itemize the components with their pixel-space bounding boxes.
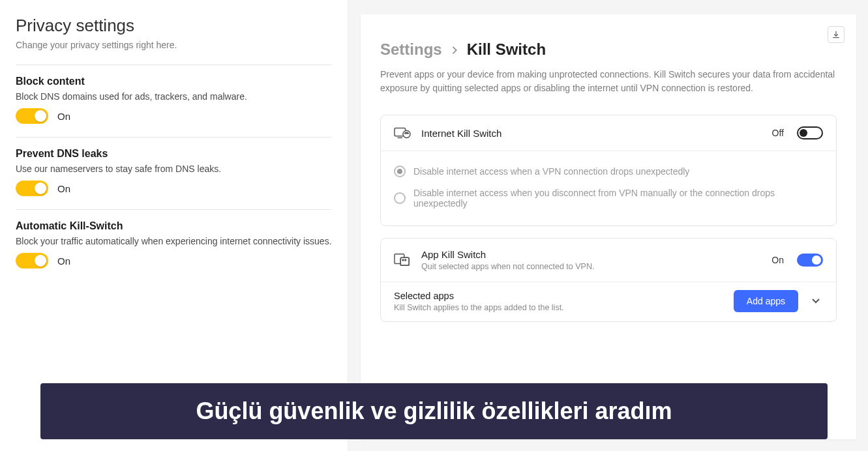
setting-title: Automatic Kill-Switch (16, 220, 332, 232)
toggle-automatic-kill-switch[interactable] (16, 253, 48, 269)
setting-prevent-dns-leaks: Prevent DNS leaks Use our nameservers to… (16, 137, 332, 209)
setting-automatic-kill-switch: Automatic Kill-Switch Block your traffic… (16, 209, 332, 282)
download-icon (831, 30, 841, 39)
setting-title: Block content (16, 76, 332, 87)
add-apps-button[interactable]: Add apps (734, 290, 798, 312)
toggle-app-kill-switch[interactable] (797, 254, 823, 267)
app-ks-subtext: Quit selected apps when not connected to… (421, 262, 761, 271)
breadcrumb-root[interactable]: Settings (380, 40, 442, 59)
svg-point-5 (402, 259, 404, 261)
svg-rect-3 (400, 257, 409, 265)
chevron-down-icon[interactable] (809, 295, 823, 307)
privacy-settings-title: Privacy settings (16, 16, 332, 36)
svg-point-6 (405, 259, 406, 261)
setting-desc: Use our nameservers to stay safe from DN… (16, 164, 332, 174)
radio-label: Disable internet access when a VPN conne… (413, 166, 689, 177)
chevron-right-icon (451, 43, 458, 58)
app-kill-switch-card: App Kill Switch Quit selected apps when … (380, 238, 837, 322)
caption-banner: Güçlü güvenlik ve gizlilik özellikleri a… (40, 383, 828, 439)
radio-option-drops-unexpectedly[interactable] (394, 166, 406, 177)
privacy-settings-subtitle: Change your privacy settings right here. (16, 40, 332, 50)
setting-title: Prevent DNS leaks (16, 148, 332, 160)
toggle-prevent-dns-leaks[interactable] (16, 181, 48, 196)
setting-desc: Block DNS domains used for ads, trackers… (16, 91, 332, 102)
apps-icon (394, 253, 411, 267)
toggle-block-content[interactable] (16, 108, 48, 124)
breadcrumb-current: Kill Switch (467, 40, 546, 59)
kill-switch-description: Prevent apps or your device from making … (380, 68, 837, 95)
toggle-state: On (57, 183, 70, 194)
toggle-state: On (57, 255, 70, 267)
internet-ks-title: Internet Kill Switch (421, 128, 762, 139)
internet-ks-state: Off (772, 128, 784, 138)
download-button[interactable] (828, 26, 845, 43)
internet-kill-switch-card: Internet Kill Switch Off Disable interne… (380, 115, 837, 226)
svg-point-1 (403, 130, 410, 138)
breadcrumb: Settings Kill Switch (380, 40, 837, 59)
setting-desc: Block your traffic automatically when ex… (16, 236, 332, 246)
toggle-internet-kill-switch[interactable] (797, 126, 823, 139)
setting-block-content: Block content Block DNS domains used for… (16, 65, 332, 137)
device-icon (394, 126, 411, 140)
selected-apps-title: Selected apps (394, 291, 723, 301)
selected-apps-subtext: Kill Switch applies to the apps added to… (394, 303, 723, 312)
internet-ks-options: Disable internet access when a VPN conne… (381, 151, 836, 226)
radio-label: Disable internet access when you disconn… (413, 188, 823, 209)
radio-option-manual-or-drops[interactable] (394, 192, 406, 204)
kill-switch-panel: Settings Kill Switch Prevent apps or you… (361, 14, 856, 439)
app-ks-title: App Kill Switch (421, 249, 761, 260)
toggle-state: On (57, 111, 70, 122)
app-ks-state: On (771, 255, 784, 265)
